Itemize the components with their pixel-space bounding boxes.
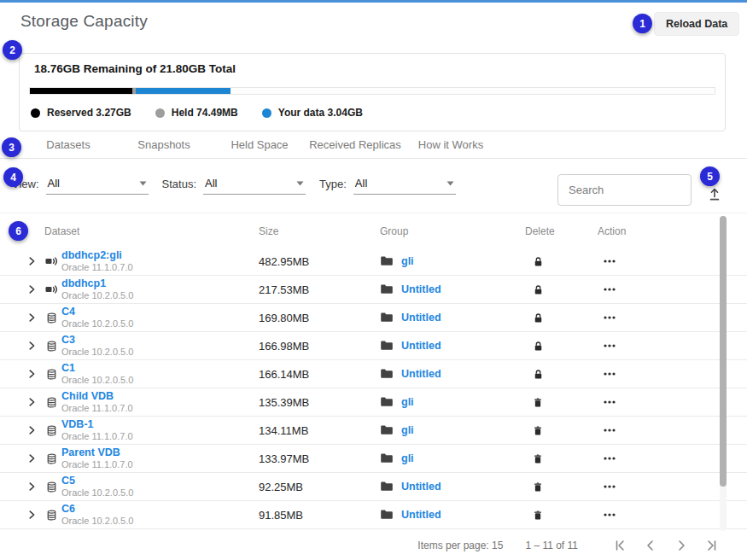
trash-icon[interactable] — [532, 452, 544, 465]
column-header-delete: Delete — [525, 225, 598, 237]
items-per-page-label[interactable]: Items per page: 15 — [417, 540, 503, 551]
dataset-name-link[interactable]: C4 — [61, 306, 259, 318]
action-menu-button[interactable] — [603, 339, 616, 353]
yourdata-dot-icon — [262, 108, 271, 118]
tab-received-replicas[interactable]: Received Replicas — [307, 134, 403, 158]
folder-icon — [380, 424, 394, 436]
folder-icon — [380, 283, 394, 295]
column-header-action: Action — [598, 225, 720, 237]
next-page-icon[interactable] — [672, 536, 691, 555]
capacity-bar — [29, 87, 715, 95]
group-link[interactable]: gli — [401, 424, 414, 436]
view-filter-select[interactable]: All — [46, 177, 149, 195]
table-row: dbdhcp1 Oracle 10.2.0.5.0 217.53MB Untit… — [0, 276, 747, 304]
dsource-icon — [44, 254, 58, 268]
expand-chevron-icon[interactable] — [26, 452, 38, 464]
dataset-name-link[interactable]: C6 — [61, 504, 259, 516]
last-page-icon[interactable] — [703, 536, 721, 555]
database-icon — [45, 452, 58, 465]
trash-icon[interactable] — [532, 396, 544, 409]
action-menu-button[interactable] — [603, 423, 616, 437]
filter-bar: View: All Status: All Type: All — [12, 177, 470, 195]
group-link[interactable]: gli — [401, 396, 414, 408]
group-link[interactable]: Untitled — [401, 340, 441, 352]
dataset-version: Oracle 11.1.0.7.0 — [61, 431, 259, 441]
table-row: VDB-1 Oracle 11.1.0.7.0 134.11MB gli — [0, 417, 747, 445]
expand-chevron-icon[interactable] — [26, 255, 38, 267]
dataset-version: Oracle 10.2.0.5.0 — [61, 290, 259, 300]
action-menu-button[interactable] — [603, 508, 616, 522]
dataset-size: 133.97MB — [259, 452, 380, 465]
vertical-scrollbar-thumb[interactable] — [720, 216, 727, 487]
legend-item-held: Held 74.49MB — [155, 107, 238, 119]
group-link[interactable]: Untitled — [401, 481, 441, 493]
dataset-name-link[interactable]: VDB-1 — [61, 419, 259, 431]
top-accent-bar — [0, 0, 747, 3]
expand-chevron-icon[interactable] — [26, 368, 38, 380]
action-menu-button[interactable] — [603, 367, 616, 381]
dataset-version: Oracle 10.2.0.5.0 — [61, 516, 259, 526]
dataset-name-link[interactable]: C3 — [61, 335, 259, 347]
group-link[interactable]: Untitled — [401, 509, 441, 521]
expand-chevron-icon[interactable] — [26, 424, 38, 436]
expand-chevron-icon[interactable] — [26, 396, 38, 408]
expand-chevron-icon[interactable] — [26, 283, 38, 295]
group-link[interactable]: gli — [401, 452, 414, 464]
dataset-name-link[interactable]: C5 — [61, 475, 259, 487]
database-icon — [45, 424, 58, 437]
action-menu-button[interactable] — [603, 452, 616, 465]
group-link[interactable]: Untitled — [401, 312, 441, 324]
trash-icon[interactable] — [532, 481, 544, 493]
dataset-name-link[interactable]: Parent VDB — [61, 447, 259, 459]
action-menu-button[interactable] — [603, 311, 616, 324]
tab-datasets[interactable]: Datasets — [20, 134, 116, 158]
search-input[interactable] — [557, 174, 692, 206]
legend-label: Held 74.49MB — [172, 107, 238, 119]
trash-icon[interactable] — [532, 424, 544, 437]
dataset-size: 169.80MB — [259, 312, 380, 324]
action-menu-button[interactable] — [603, 254, 616, 268]
action-menu-button[interactable] — [603, 283, 616, 296]
table-row: C1 Oracle 10.2.0.5.0 166.14MB Untitled — [0, 360, 747, 388]
tab-snapshots[interactable]: Snapshots — [116, 134, 212, 158]
action-menu-button[interactable] — [603, 480, 616, 493]
dataset-name-link[interactable]: dbdhcp1 — [61, 278, 259, 290]
capacity-legend: Reserved 3.27GB Held 74.49MB Your data 3… — [31, 107, 363, 119]
callout-4: 4 — [3, 167, 23, 187]
group-link[interactable]: Untitled — [401, 283, 441, 295]
chevron-down-icon — [446, 181, 454, 186]
table-row: C5 Oracle 10.2.0.5.0 92.25MB Untitled — [0, 473, 747, 501]
expand-chevron-icon[interactable] — [26, 312, 38, 324]
tab-how-it-works[interactable]: How it Works — [403, 134, 499, 158]
expand-chevron-icon[interactable] — [26, 509, 38, 521]
callout-3: 3 — [2, 137, 21, 157]
action-menu-button[interactable] — [603, 395, 616, 409]
trash-icon[interactable] — [532, 509, 544, 522]
reload-data-button[interactable]: Reload Data — [654, 12, 739, 36]
type-filter-select[interactable]: All — [353, 177, 456, 195]
dataset-name-link[interactable]: Child VDB — [61, 391, 259, 403]
callout-2: 2 — [3, 40, 22, 60]
upload-icon[interactable] — [706, 185, 723, 202]
held-dot-icon — [155, 108, 165, 118]
lock-icon — [532, 312, 545, 324]
tab-held-space[interactable]: Held Space — [212, 134, 307, 158]
expand-chevron-icon[interactable] — [26, 481, 38, 493]
group-link[interactable]: gli — [401, 255, 414, 267]
first-page-icon[interactable] — [610, 536, 629, 555]
chevron-down-icon — [139, 181, 147, 186]
database-icon — [45, 396, 58, 409]
dataset-size: 482.95MB — [259, 255, 380, 268]
callout-5: 5 — [700, 166, 720, 186]
dataset-size: 166.14MB — [259, 368, 380, 381]
previous-page-icon[interactable] — [641, 536, 660, 555]
dataset-name-link[interactable]: C1 — [61, 363, 259, 375]
folder-icon — [380, 481, 394, 493]
folder-icon — [380, 255, 394, 267]
legend-item-reserved: Reserved 3.27GB — [31, 107, 131, 119]
expand-chevron-icon[interactable] — [26, 340, 38, 352]
status-filter-select[interactable]: All — [203, 177, 306, 195]
section-divider — [0, 213, 747, 213]
group-link[interactable]: Untitled — [401, 368, 441, 380]
dataset-name-link[interactable]: dbdhcp2:gli — [61, 250, 259, 262]
